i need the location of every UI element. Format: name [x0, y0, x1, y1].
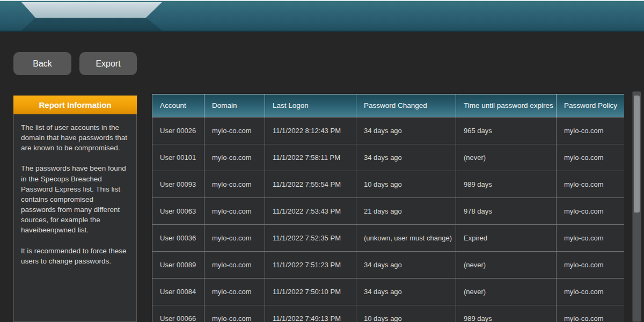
column-header-password-policy[interactable]: Password Policy — [557, 94, 625, 117]
top-bar — [0, 0, 644, 32]
table-row: User 00084mylo-co.com11/1/2022 7:50:10 P… — [152, 278, 625, 305]
table-header-row: Account Domain Last Logon Password Chang… — [152, 94, 625, 117]
report-information-panel: Report Information The list of user acco… — [13, 96, 137, 322]
column-header-account[interactable]: Account — [152, 94, 204, 117]
export-button[interactable]: Export — [79, 52, 137, 75]
report-information-text: The list of user accounts in the domain … — [13, 114, 137, 322]
table-row: User 00101mylo-co.com11/1/2022 7:58:11 P… — [152, 144, 625, 171]
table-row: User 00093mylo-co.com11/1/2022 7:55:54 P… — [152, 171, 625, 197]
column-header-domain[interactable]: Domain — [204, 94, 265, 117]
table-row: User 00063mylo-co.com11/1/2022 7:53:43 P… — [152, 197, 625, 224]
report-information-title: Report Information — [13, 96, 137, 114]
info-paragraph: The passwords have been found in the Spe… — [21, 163, 129, 235]
column-header-time-until-password-expires[interactable]: Time until password expires — [456, 94, 557, 117]
column-header-last-logon[interactable]: Last Logon — [265, 94, 356, 117]
brand-tab-reflection — [21, 18, 162, 31]
breached-users-table: Account Domain Last Logon Password Chang… — [152, 94, 624, 322]
scrollbar-thumb[interactable] — [634, 96, 640, 213]
table-row: User 00026mylo-co.com11/1/2022 8:12:43 P… — [152, 117, 625, 144]
table-row: User 00089mylo-co.com11/1/2022 7:51:23 P… — [152, 251, 625, 278]
brand-tab — [21, 2, 162, 18]
table-row: User 00036mylo-co.com11/1/2022 7:52:35 P… — [152, 224, 625, 251]
info-paragraph: The list of user accounts in the domain … — [21, 122, 129, 153]
vertical-scrollbar[interactable] — [632, 91, 641, 322]
table-row: User 00066mylo-co.com11/1/2022 7:49:13 P… — [152, 305, 625, 322]
back-button[interactable]: Back — [13, 52, 71, 75]
column-header-password-changed[interactable]: Password Changed — [356, 94, 456, 117]
info-paragraph: It is recommended to force these users t… — [21, 246, 129, 266]
